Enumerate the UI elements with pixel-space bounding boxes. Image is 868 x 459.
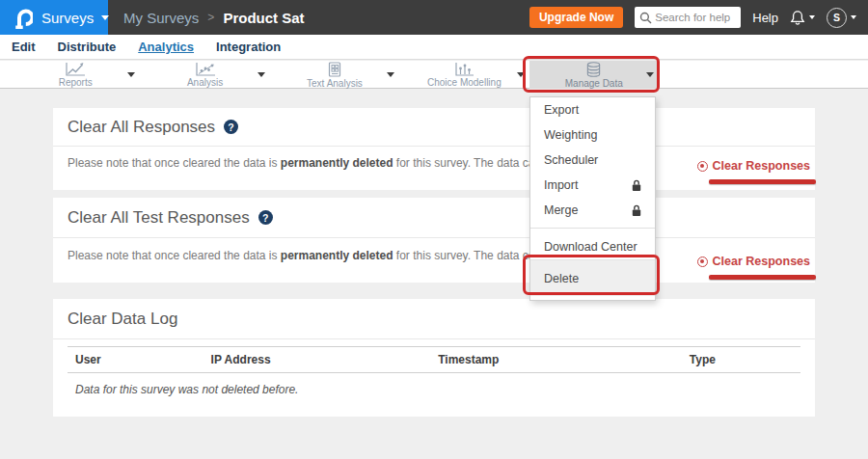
menu-item-weighting[interactable]: Weighting xyxy=(530,122,655,148)
help-search xyxy=(635,7,741,28)
menu-item-delete[interactable]: Delete xyxy=(530,259,655,296)
breadcrumb-my-surveys[interactable]: My Surveys xyxy=(123,10,199,26)
lock-icon xyxy=(632,179,641,192)
tab-distribute[interactable]: Distribute xyxy=(58,40,117,54)
menu-item-import[interactable]: Import xyxy=(530,173,655,198)
menu-item-scheduler[interactable]: Scheduler xyxy=(530,148,655,173)
toolbar-choice-modelling[interactable]: Choice Modelling xyxy=(399,61,529,89)
lock-icon xyxy=(632,204,641,217)
chevron-down-icon xyxy=(101,15,109,20)
scatter-chart-icon xyxy=(194,62,217,76)
tab-edit[interactable]: Edit xyxy=(12,40,36,54)
chevron-down-icon[interactable] xyxy=(127,72,135,77)
notifications-button[interactable] xyxy=(790,10,815,26)
chevron-down-icon xyxy=(809,15,815,19)
help-link[interactable]: Help xyxy=(752,11,778,25)
clear-data-log-section: Clear Data Log User IP Address Timestamp… xyxy=(53,299,815,417)
top-bar: Surveys My Surveys > Product Sat Upgrade… xyxy=(0,0,868,35)
surveys-product-switcher[interactable]: Surveys xyxy=(0,0,108,35)
account-menu-button[interactable]: S xyxy=(827,8,856,28)
bell-icon xyxy=(790,10,805,26)
breadcrumb: My Surveys > Product Sat xyxy=(123,10,305,26)
clear-responses-icon xyxy=(697,161,708,172)
tab-analytics[interactable]: Analytics xyxy=(138,40,194,54)
questionpro-logo-icon xyxy=(13,7,33,29)
breadcrumb-current-survey: Product Sat xyxy=(223,10,304,26)
chevron-down-icon[interactable] xyxy=(387,72,394,77)
toolbar-analysis[interactable]: Analysis xyxy=(140,61,269,89)
breadcrumb-separator: > xyxy=(207,11,214,24)
column-header-user: User xyxy=(68,347,203,373)
menu-separator xyxy=(530,228,655,229)
document-grid-icon xyxy=(327,62,342,77)
help-icon[interactable]: ? xyxy=(224,120,238,134)
chevron-down-icon[interactable] xyxy=(646,72,654,77)
clear-responses-button[interactable]: Clear Responses xyxy=(697,159,810,173)
section-title: Clear All Responses xyxy=(68,118,215,137)
analytics-toolbar: Reports Analysis T xyxy=(0,61,868,89)
bar-chart-icon xyxy=(453,62,475,76)
avatar: S xyxy=(827,8,847,28)
menu-item-download-center[interactable]: Download Center xyxy=(530,234,655,259)
chevron-down-icon[interactable] xyxy=(258,72,265,77)
menu-item-merge[interactable]: Merge xyxy=(530,198,655,223)
empty-log-message: Data for this survey was not deleted bef… xyxy=(75,383,800,396)
clear-all-test-responses-section: Clear All Test Responses ? Please note t… xyxy=(53,198,815,283)
tab-integration[interactable]: Integration xyxy=(216,40,281,54)
toolbar-text-analysis[interactable]: Text Analysis xyxy=(270,61,399,89)
column-header-timestamp: Timestamp xyxy=(430,347,682,373)
column-header-type: Type xyxy=(682,347,800,373)
toolbar-manage-data[interactable]: Manage Data xyxy=(529,61,659,89)
clear-responses-icon xyxy=(697,256,708,267)
clear-all-responses-section: Clear All Responses ? Please note that o… xyxy=(53,108,815,190)
chevron-down-icon xyxy=(851,15,856,19)
survey-nav: Edit Distribute Analytics Integration xyxy=(0,35,868,60)
upgrade-now-button[interactable]: Upgrade Now xyxy=(529,7,623,28)
product-name: Surveys xyxy=(41,10,94,26)
database-icon xyxy=(585,62,602,77)
help-icon[interactable]: ? xyxy=(258,210,273,225)
chevron-down-icon[interactable] xyxy=(517,72,525,77)
search-icon xyxy=(639,12,652,24)
section-title: Clear All Test Responses xyxy=(68,208,250,228)
clear-data-log-table: User IP Address Timestamp Type xyxy=(68,346,800,373)
clear-test-responses-button[interactable]: Clear Responses xyxy=(697,255,810,268)
toolbar-reports[interactable]: Reports xyxy=(11,61,140,89)
column-header-ip-address: IP Address xyxy=(203,347,431,373)
line-chart-icon xyxy=(64,62,87,76)
menu-item-export[interactable]: Export xyxy=(530,97,655,122)
section-title: Clear Data Log xyxy=(68,310,177,329)
manage-data-menu: Export Weighting Scheduler Import Merge … xyxy=(529,96,656,301)
